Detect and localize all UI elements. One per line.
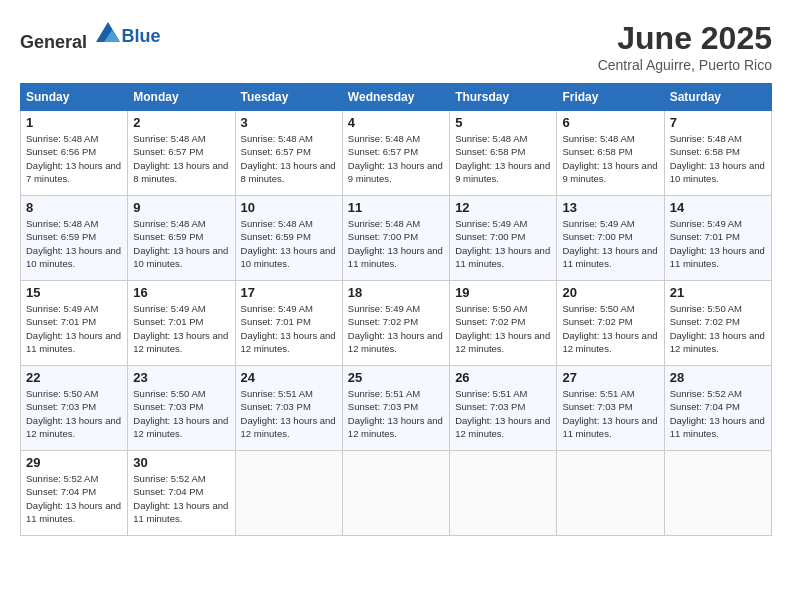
day-number: 17 — [241, 285, 337, 300]
day-number: 19 — [455, 285, 551, 300]
title-area: June 2025 Central Aguirre, Puerto Rico — [598, 20, 772, 73]
empty-cell — [664, 451, 771, 536]
table-row: 6 Sunrise: 5:48 AM Sunset: 6:58 PM Dayli… — [557, 111, 664, 196]
header-tuesday: Tuesday — [235, 84, 342, 111]
table-row: 23 Sunrise: 5:50 AM Sunset: 7:03 PM Dayl… — [128, 366, 235, 451]
cell-content: Sunrise: 5:50 AM Sunset: 7:03 PM Dayligh… — [26, 387, 122, 440]
calendar-title: June 2025 — [598, 20, 772, 57]
table-row: 4 Sunrise: 5:48 AM Sunset: 6:57 PM Dayli… — [342, 111, 449, 196]
logo: General Blue — [20, 20, 161, 53]
table-row: 17 Sunrise: 5:49 AM Sunset: 7:01 PM Dayl… — [235, 281, 342, 366]
cell-content: Sunrise: 5:52 AM Sunset: 7:04 PM Dayligh… — [670, 387, 766, 440]
cell-content: Sunrise: 5:50 AM Sunset: 7:02 PM Dayligh… — [455, 302, 551, 355]
cell-content: Sunrise: 5:48 AM Sunset: 6:58 PM Dayligh… — [670, 132, 766, 185]
header-wednesday: Wednesday — [342, 84, 449, 111]
calendar-week-row: 22 Sunrise: 5:50 AM Sunset: 7:03 PM Dayl… — [21, 366, 772, 451]
table-row: 2 Sunrise: 5:48 AM Sunset: 6:57 PM Dayli… — [128, 111, 235, 196]
day-number: 21 — [670, 285, 766, 300]
cell-content: Sunrise: 5:48 AM Sunset: 6:58 PM Dayligh… — [562, 132, 658, 185]
cell-content: Sunrise: 5:50 AM Sunset: 7:03 PM Dayligh… — [133, 387, 229, 440]
day-number: 14 — [670, 200, 766, 215]
table-row: 25 Sunrise: 5:51 AM Sunset: 7:03 PM Dayl… — [342, 366, 449, 451]
day-number: 5 — [455, 115, 551, 130]
cell-content: Sunrise: 5:49 AM Sunset: 7:00 PM Dayligh… — [455, 217, 551, 270]
table-row: 16 Sunrise: 5:49 AM Sunset: 7:01 PM Dayl… — [128, 281, 235, 366]
table-row: 20 Sunrise: 5:50 AM Sunset: 7:02 PM Dayl… — [557, 281, 664, 366]
table-row: 8 Sunrise: 5:48 AM Sunset: 6:59 PM Dayli… — [21, 196, 128, 281]
table-row: 24 Sunrise: 5:51 AM Sunset: 7:03 PM Dayl… — [235, 366, 342, 451]
table-row: 9 Sunrise: 5:48 AM Sunset: 6:59 PM Dayli… — [128, 196, 235, 281]
empty-cell — [342, 451, 449, 536]
cell-content: Sunrise: 5:49 AM Sunset: 7:01 PM Dayligh… — [26, 302, 122, 355]
cell-content: Sunrise: 5:51 AM Sunset: 7:03 PM Dayligh… — [348, 387, 444, 440]
cell-content: Sunrise: 5:48 AM Sunset: 6:57 PM Dayligh… — [348, 132, 444, 185]
logo-blue: Blue — [122, 26, 161, 46]
day-number: 27 — [562, 370, 658, 385]
table-row: 12 Sunrise: 5:49 AM Sunset: 7:00 PM Dayl… — [450, 196, 557, 281]
table-row: 15 Sunrise: 5:49 AM Sunset: 7:01 PM Dayl… — [21, 281, 128, 366]
cell-content: Sunrise: 5:51 AM Sunset: 7:03 PM Dayligh… — [562, 387, 658, 440]
table-row: 29 Sunrise: 5:52 AM Sunset: 7:04 PM Dayl… — [21, 451, 128, 536]
empty-cell — [235, 451, 342, 536]
calendar-week-row: 15 Sunrise: 5:49 AM Sunset: 7:01 PM Dayl… — [21, 281, 772, 366]
day-number: 3 — [241, 115, 337, 130]
header-thursday: Thursday — [450, 84, 557, 111]
cell-content: Sunrise: 5:48 AM Sunset: 6:57 PM Dayligh… — [241, 132, 337, 185]
table-row: 11 Sunrise: 5:48 AM Sunset: 7:00 PM Dayl… — [342, 196, 449, 281]
cell-content: Sunrise: 5:51 AM Sunset: 7:03 PM Dayligh… — [241, 387, 337, 440]
day-number: 11 — [348, 200, 444, 215]
day-number: 1 — [26, 115, 122, 130]
cell-content: Sunrise: 5:48 AM Sunset: 6:56 PM Dayligh… — [26, 132, 122, 185]
day-number: 18 — [348, 285, 444, 300]
day-number: 24 — [241, 370, 337, 385]
day-number: 22 — [26, 370, 122, 385]
table-row: 10 Sunrise: 5:48 AM Sunset: 6:59 PM Dayl… — [235, 196, 342, 281]
header-monday: Monday — [128, 84, 235, 111]
cell-content: Sunrise: 5:48 AM Sunset: 7:00 PM Dayligh… — [348, 217, 444, 270]
day-number: 16 — [133, 285, 229, 300]
table-row: 13 Sunrise: 5:49 AM Sunset: 7:00 PM Dayl… — [557, 196, 664, 281]
day-number: 30 — [133, 455, 229, 470]
cell-content: Sunrise: 5:51 AM Sunset: 7:03 PM Dayligh… — [455, 387, 551, 440]
calendar-week-row: 29 Sunrise: 5:52 AM Sunset: 7:04 PM Dayl… — [21, 451, 772, 536]
cell-content: Sunrise: 5:49 AM Sunset: 7:00 PM Dayligh… — [562, 217, 658, 270]
logo-general: General — [20, 32, 87, 52]
day-number: 6 — [562, 115, 658, 130]
table-row: 28 Sunrise: 5:52 AM Sunset: 7:04 PM Dayl… — [664, 366, 771, 451]
cell-content: Sunrise: 5:48 AM Sunset: 6:58 PM Dayligh… — [455, 132, 551, 185]
cell-content: Sunrise: 5:48 AM Sunset: 6:59 PM Dayligh… — [133, 217, 229, 270]
day-number: 28 — [670, 370, 766, 385]
empty-cell — [450, 451, 557, 536]
day-number: 12 — [455, 200, 551, 215]
day-number: 7 — [670, 115, 766, 130]
table-row: 30 Sunrise: 5:52 AM Sunset: 7:04 PM Dayl… — [128, 451, 235, 536]
page-header: General Blue June 2025 Central Aguirre, … — [20, 20, 772, 73]
cell-content: Sunrise: 5:52 AM Sunset: 7:04 PM Dayligh… — [133, 472, 229, 525]
table-row: 14 Sunrise: 5:49 AM Sunset: 7:01 PM Dayl… — [664, 196, 771, 281]
cell-content: Sunrise: 5:52 AM Sunset: 7:04 PM Dayligh… — [26, 472, 122, 525]
day-number: 29 — [26, 455, 122, 470]
table-row: 5 Sunrise: 5:48 AM Sunset: 6:58 PM Dayli… — [450, 111, 557, 196]
day-number: 23 — [133, 370, 229, 385]
cell-content: Sunrise: 5:49 AM Sunset: 7:01 PM Dayligh… — [670, 217, 766, 270]
table-row: 18 Sunrise: 5:49 AM Sunset: 7:02 PM Dayl… — [342, 281, 449, 366]
table-row: 3 Sunrise: 5:48 AM Sunset: 6:57 PM Dayli… — [235, 111, 342, 196]
table-row: 19 Sunrise: 5:50 AM Sunset: 7:02 PM Dayl… — [450, 281, 557, 366]
calendar-week-row: 8 Sunrise: 5:48 AM Sunset: 6:59 PM Dayli… — [21, 196, 772, 281]
cell-content: Sunrise: 5:50 AM Sunset: 7:02 PM Dayligh… — [670, 302, 766, 355]
day-number: 2 — [133, 115, 229, 130]
header-sunday: Sunday — [21, 84, 128, 111]
cell-content: Sunrise: 5:49 AM Sunset: 7:01 PM Dayligh… — [241, 302, 337, 355]
logo-icon — [94, 20, 122, 48]
cell-content: Sunrise: 5:48 AM Sunset: 6:59 PM Dayligh… — [26, 217, 122, 270]
cell-content: Sunrise: 5:48 AM Sunset: 6:57 PM Dayligh… — [133, 132, 229, 185]
header-friday: Friday — [557, 84, 664, 111]
calendar-table: Sunday Monday Tuesday Wednesday Thursday… — [20, 83, 772, 536]
table-row: 7 Sunrise: 5:48 AM Sunset: 6:58 PM Dayli… — [664, 111, 771, 196]
day-number: 25 — [348, 370, 444, 385]
calendar-week-row: 1 Sunrise: 5:48 AM Sunset: 6:56 PM Dayli… — [21, 111, 772, 196]
header-saturday: Saturday — [664, 84, 771, 111]
table-row: 21 Sunrise: 5:50 AM Sunset: 7:02 PM Dayl… — [664, 281, 771, 366]
day-number: 10 — [241, 200, 337, 215]
calendar-header-row: Sunday Monday Tuesday Wednesday Thursday… — [21, 84, 772, 111]
